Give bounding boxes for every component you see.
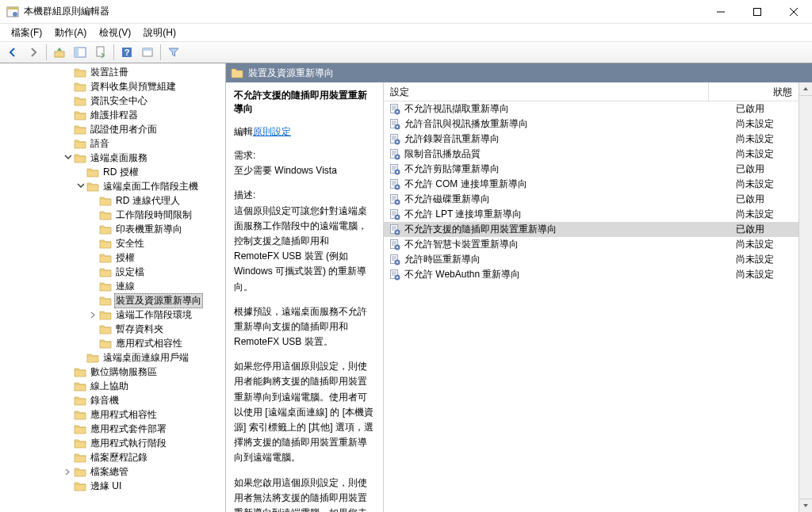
tree-node[interactable]: 設定檔 — [2, 265, 224, 279]
folder-icon — [99, 238, 112, 249]
scroll-up-button[interactable] — [799, 82, 812, 96]
close-button[interactable] — [776, 0, 812, 24]
list-scrollbar[interactable] — [799, 82, 812, 512]
tree-label[interactable]: 檔案歷程記錄 — [89, 451, 149, 464]
tree-label[interactable]: 應用程式套件部署 — [89, 422, 168, 436]
tree-label[interactable]: 設定檔 — [114, 266, 146, 279]
tree-node[interactable]: 應用程式套件部署 — [2, 422, 224, 436]
tree-label[interactable]: 應用程式執行階段 — [89, 437, 168, 450]
tree-node[interactable]: 語音 — [2, 136, 224, 151]
tree-label[interactable]: 認證使用者介面 — [89, 123, 159, 136]
properties-button[interactable] — [138, 44, 157, 61]
list-row[interactable]: 不允許視訊擷取重新導向已啟用 — [384, 101, 812, 117]
tree-label[interactable]: 遠端桌面工作階段主機 — [102, 180, 200, 193]
tree-node[interactable]: 遠端桌面工作階段主機 — [2, 179, 224, 193]
list-row[interactable]: 不允許 COM 連接埠重新導向尚未設定 — [384, 177, 812, 192]
tree-label[interactable]: 數位購物服務區 — [89, 365, 159, 379]
tree-label[interactable]: 暫存資料夾 — [114, 323, 165, 336]
list-row[interactable]: 不允許剪貼簿重新導向已啟用 — [384, 162, 812, 177]
tree-node[interactable]: 遠端桌面服務 — [2, 151, 224, 165]
show-hide-tree-button[interactable] — [71, 44, 90, 61]
tree-collapse-toggle[interactable] — [75, 181, 86, 192]
tree-node[interactable]: 裝置註冊 — [2, 65, 224, 79]
tree-label[interactable]: 授權 — [114, 251, 136, 265]
tree-node[interactable]: 邊緣 UI — [2, 479, 224, 493]
tree-node[interactable]: 錄音機 — [2, 393, 224, 407]
list-row[interactable]: 不允許智慧卡裝置重新導向尚未設定 — [384, 237, 812, 252]
tree-node[interactable]: 暫存資料夾 — [2, 322, 224, 336]
tree-node[interactable]: 工作階段時間限制 — [2, 208, 224, 222]
maximize-button[interactable] — [739, 0, 776, 24]
tree-node[interactable]: 遠端桌面連線用戶端 — [2, 350, 224, 365]
list-row[interactable]: 允許音訊與視訊播放重新導向尚未設定 — [384, 117, 812, 132]
tree-node[interactable]: 裝置及資源重新導向 — [2, 293, 224, 308]
tree-label[interactable]: 遠端桌面連線用戶端 — [102, 351, 190, 365]
column-setting[interactable]: 設定 — [384, 82, 709, 101]
list-row[interactable]: 不允許磁碟重新導向已啟用 — [384, 192, 812, 207]
tree-node[interactable]: 認證使用者介面 — [2, 122, 224, 136]
tree-label[interactable]: 工作階段時間限制 — [114, 208, 193, 222]
tree-label[interactable]: 裝置及資源重新導向 — [114, 293, 203, 308]
list-row[interactable]: 不允許 LPT 連接埠重新導向尚未設定 — [384, 207, 812, 222]
tree-label[interactable]: 連線 — [114, 280, 136, 293]
tree-node[interactable]: 授權 — [2, 250, 224, 265]
tree-label[interactable]: 印表機重新導向 — [114, 223, 184, 236]
column-status[interactable]: 狀態 — [709, 82, 812, 101]
menu-action[interactable]: 動作(A) — [48, 25, 93, 41]
list-row[interactable]: 不允許 WebAuthn 重新導向尚未設定 — [384, 267, 812, 282]
tree-node[interactable]: 資料收集與預覽組建 — [2, 79, 224, 94]
tree-label[interactable]: 遠端工作階段環境 — [114, 308, 193, 322]
tree-label[interactable]: 語音 — [89, 137, 111, 151]
tree-label[interactable]: 資訊安全中心 — [89, 94, 149, 108]
tree-label[interactable]: 線上協助 — [89, 380, 130, 393]
edit-policy-link[interactable]: 原則設定 — [253, 126, 291, 137]
tree-label[interactable]: 資料收集與預覽組建 — [89, 80, 178, 94]
tree-node[interactable]: 檔案總管 — [2, 464, 224, 479]
tree-label[interactable]: RD 授權 — [102, 166, 140, 179]
menu-file[interactable]: 檔案(F) — [5, 25, 48, 41]
tree-label[interactable]: 遠端桌面服務 — [89, 151, 149, 165]
export-button[interactable] — [91, 44, 110, 61]
menu-view[interactable]: 檢視(V) — [93, 25, 137, 41]
up-button[interactable] — [50, 44, 69, 61]
list-row[interactable]: 限制音訊播放品質尚未設定 — [384, 147, 812, 162]
tree-label[interactable]: 安全性 — [114, 237, 146, 250]
tree-label[interactable]: 維護排程器 — [89, 109, 140, 122]
tree-node[interactable]: 資訊安全中心 — [2, 94, 224, 108]
tree-node[interactable]: 應用程式相容性 — [2, 336, 224, 350]
scroll-down-button[interactable] — [799, 499, 812, 512]
tree-node[interactable]: 遠端工作階段環境 — [2, 308, 224, 322]
tree-label[interactable]: 裝置註冊 — [89, 66, 130, 79]
tree-label[interactable]: 應用程式相容性 — [114, 337, 184, 350]
tree-node[interactable]: 連線 — [2, 279, 224, 293]
tree-node[interactable]: RD 授權 — [2, 165, 224, 179]
minimize-button[interactable] — [703, 0, 739, 24]
tree-node[interactable]: 線上協助 — [2, 379, 224, 393]
tree-node[interactable]: 安全性 — [2, 236, 224, 250]
tree-expand-toggle[interactable] — [87, 309, 98, 320]
tree-node[interactable]: 檔案歷程記錄 — [2, 450, 224, 464]
menu-help[interactable]: 說明(H) — [137, 25, 182, 41]
tree-node[interactable]: 應用程式相容性 — [2, 407, 224, 422]
tree-node[interactable]: 應用程式執行階段 — [2, 436, 224, 450]
back-button[interactable] — [3, 44, 22, 61]
filter-button[interactable] — [164, 44, 183, 61]
tree-expand-toggle[interactable] — [62, 466, 73, 477]
list-body[interactable]: 不允許視訊擷取重新導向已啟用允許音訊與視訊播放重新導向尚未設定允許錄製音訊重新導… — [384, 101, 812, 512]
tree-collapse-toggle[interactable] — [62, 152, 73, 163]
tree-label[interactable]: RD 連線代理人 — [114, 194, 182, 208]
tree-pane[interactable]: 裝置註冊資料收集與預覽組建資訊安全中心維護排程器認證使用者介面語音遠端桌面服務R… — [0, 63, 226, 512]
tree-node[interactable]: 印表機重新導向 — [2, 222, 224, 236]
tree-node[interactable]: RD 連線代理人 — [2, 193, 224, 208]
list-row[interactable]: 允許錄製音訊重新導向尚未設定 — [384, 132, 812, 147]
list-row[interactable]: 允許時區重新導向尚未設定 — [384, 252, 812, 267]
tree-label[interactable]: 應用程式相容性 — [89, 408, 159, 422]
forward-button[interactable] — [24, 44, 43, 61]
tree-label[interactable]: 錄音機 — [89, 394, 121, 407]
tree-node[interactable]: 維護排程器 — [2, 108, 224, 122]
tree-label[interactable]: 檔案總管 — [89, 465, 130, 479]
tree-label[interactable]: 邊緣 UI — [89, 480, 123, 493]
list-row[interactable]: 不允許支援的隨插即用裝置重新導向已啟用 — [384, 222, 812, 237]
help-button[interactable]: ? — [117, 44, 136, 61]
tree-node[interactable]: 數位購物服務區 — [2, 365, 224, 379]
